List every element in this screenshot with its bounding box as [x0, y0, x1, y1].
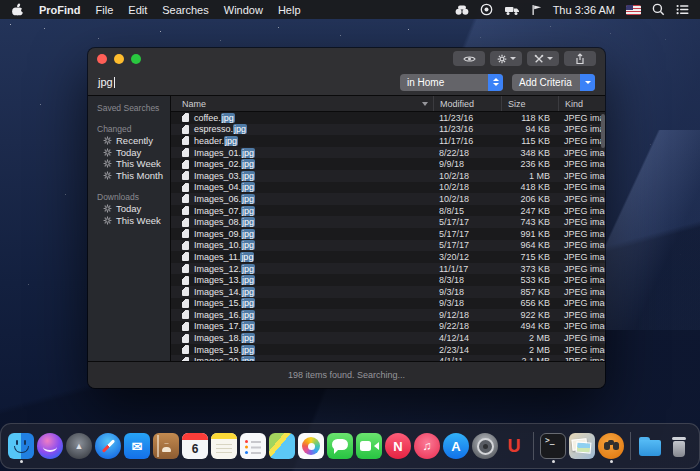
cell-size: 236 KB [501, 159, 558, 169]
cell-modified: 10/2/18 [433, 182, 501, 192]
dock-siri[interactable] [36, 429, 64, 463]
flag-icon[interactable] [531, 4, 542, 16]
cell-kind: JPEG image [558, 310, 605, 320]
zoom-button[interactable] [131, 54, 141, 64]
dock-app-store[interactable]: A [442, 429, 470, 463]
table-row[interactable]: Images_10.jpg5/17/17964 KBJPEG image [171, 240, 605, 252]
dock-notes[interactable] [210, 429, 238, 463]
table-row[interactable]: Images_08.jpg5/17/17743 KBJPEG image [171, 216, 605, 228]
cell-size: 418 KB [501, 182, 558, 192]
dock-terminal[interactable]: >_ [539, 429, 567, 463]
sidebar-item-label: Today [116, 203, 141, 214]
tools-menu-button[interactable] [527, 51, 559, 66]
table-row[interactable]: Images_16.jpg9/12/18922 KBJPEG image [171, 309, 605, 321]
sidebar-item-downloads-today[interactable]: Today [88, 203, 170, 215]
sidebar-item-changed-this-week[interactable]: This Week [88, 158, 170, 170]
table-row[interactable]: Images_03.jpg10/2/181 MBJPEG image [171, 170, 605, 182]
document-icon [182, 276, 189, 285]
dock-magnet[interactable]: U [500, 429, 528, 463]
table-row[interactable]: espresso.jpg11/23/1694 KBJPEG image [171, 124, 605, 136]
menu-profind[interactable]: ProFind [39, 4, 81, 16]
preview-button[interactable] [453, 51, 485, 66]
table-row[interactable]: Images_17.jpg9/22/18494 KBJPEG image [171, 321, 605, 333]
dock-messages[interactable] [326, 429, 354, 463]
table-row[interactable]: Images_19.jpg2/23/142 MBJPEG image [171, 344, 605, 356]
menu-clock[interactable]: Thu 3:36 AM [553, 4, 615, 16]
profind-icon [598, 433, 624, 459]
table-row[interactable]: Images_15.jpg9/3/18656 KBJPEG image [171, 298, 605, 310]
document-icon [182, 357, 189, 361]
cell-kind: JPEG image [558, 345, 605, 355]
cell-size: 115 KB [501, 136, 558, 146]
dock-downloads-folder[interactable] [636, 429, 664, 463]
table-row[interactable]: coffee.jpg11/23/16118 KBJPEG image [171, 112, 605, 124]
table-row[interactable]: Images_01.jpg8/22/18348 KBJPEG image [171, 147, 605, 159]
file-name: Images_01.jpg [194, 148, 255, 158]
file-name: Images_09.jpg [194, 229, 255, 239]
table-row[interactable]: Images_07.jpg8/8/15247 KBJPEG image [171, 205, 605, 217]
dock-finder[interactable] [7, 429, 35, 463]
column-header-modified[interactable]: Modified [433, 96, 501, 111]
table-row[interactable]: Images_02.jpg9/9/18236 KBJPEG image [171, 158, 605, 170]
spotlight-icon[interactable] [652, 3, 665, 16]
dock-trash[interactable] [665, 429, 693, 463]
gear-icon [103, 204, 112, 213]
cell-size: 533 KB [501, 275, 558, 285]
column-header-size[interactable]: Size [501, 96, 558, 111]
table-row[interactable]: Images_18.jpg4/12/142 MBJPEG image [171, 332, 605, 344]
sidebar-item-changed-this-month[interactable]: This Month [88, 170, 170, 182]
keyboard-us-flag-icon[interactable] [626, 5, 641, 15]
search-match-highlight: jpg [224, 136, 238, 146]
menu-edit[interactable]: Edit [128, 4, 147, 16]
cell-name: Images_03.jpg [171, 171, 433, 181]
menu-help[interactable]: Help [278, 4, 301, 16]
binoculars-icon[interactable] [455, 4, 469, 16]
table-row[interactable]: Images_06.jpg10/2/18206 KBJPEG image [171, 193, 605, 205]
cell-size: 373 KB [501, 264, 558, 274]
dock-calendar[interactable]: 6 [181, 429, 209, 463]
dock-system-preferences[interactable] [471, 429, 499, 463]
record-icon[interactable] [480, 3, 493, 16]
menu-window[interactable]: Window [224, 4, 263, 16]
dock-safari[interactable] [94, 429, 122, 463]
dock-facetime[interactable] [355, 429, 383, 463]
table-row[interactable]: Images_20.jpg4/1/112.1 MBJPEG image [171, 355, 605, 361]
table-row[interactable]: Images_14.jpg9/3/18857 KBJPEG image [171, 286, 605, 298]
add-criteria-popup[interactable]: Add Criteria [512, 74, 595, 91]
scrollbar-thumb[interactable] [601, 114, 605, 148]
search-scope-popup[interactable]: in Home [400, 74, 503, 91]
sidebar-item-changed-today[interactable]: Today [88, 147, 170, 159]
menu-searches[interactable]: Searches [162, 4, 208, 16]
dock-maps[interactable] [268, 429, 296, 463]
dock-launchpad[interactable]: ▲ [65, 429, 93, 463]
menu-file[interactable]: File [96, 4, 114, 16]
dock-image-viewer[interactable] [568, 429, 596, 463]
close-button[interactable] [97, 54, 107, 64]
dock-photos[interactable] [297, 429, 325, 463]
notification-center-icon[interactable] [676, 4, 689, 15]
action-menu-button[interactable] [490, 51, 522, 66]
dock-mail[interactable]: ✉ [123, 429, 151, 463]
column-header-name[interactable]: Name [171, 96, 433, 111]
dock-itunes[interactable]: ♫ [413, 429, 441, 463]
minimize-button[interactable] [114, 54, 124, 64]
table-row[interactable]: Images_13.jpg8/3/18533 KBJPEG image [171, 274, 605, 286]
truck-icon[interactable] [504, 4, 520, 16]
dock-reminders[interactable] [239, 429, 267, 463]
title-bar[interactable] [88, 48, 605, 69]
table-row[interactable]: Images_09.jpg5/17/17991 KBJPEG image [171, 228, 605, 240]
sidebar-item-downloads-this-week[interactable]: This Week [88, 215, 170, 227]
file-name: Images_07.jpg [194, 206, 255, 216]
table-row[interactable]: Images_12.jpg11/1/17373 KBJPEG image [171, 263, 605, 275]
table-row[interactable]: Images_04.jpg10/2/18418 KBJPEG image [171, 182, 605, 194]
dock-contacts[interactable] [152, 429, 180, 463]
column-header-kind[interactable]: Kind [558, 96, 605, 111]
apple-menu[interactable] [11, 3, 24, 17]
dock-news[interactable]: N [384, 429, 412, 463]
table-row[interactable]: header.jpg11/17/16115 KBJPEG image [171, 135, 605, 147]
dock-profind[interactable] [597, 429, 625, 463]
search-input[interactable]: jpg [98, 76, 378, 88]
share-button[interactable] [564, 51, 596, 66]
table-row[interactable]: Images_11.jpg3/20/12715 KBJPEG image [171, 251, 605, 263]
sidebar-item-changed-recently[interactable]: Recently [88, 135, 170, 147]
